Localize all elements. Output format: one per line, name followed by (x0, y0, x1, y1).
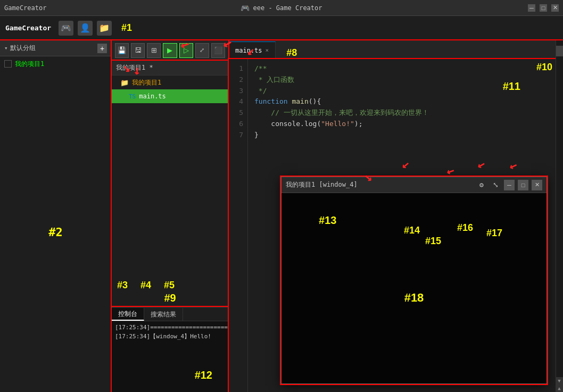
title-bar-right: ─ □ ✕ (528, 4, 559, 12)
toolbar: 💾 🖫 ⊞ ▶ ▷ ⤢ ⬛ (112, 40, 228, 61)
project-item[interactable]: 我的项目1 (0, 56, 111, 71)
app-header: GameCreator 🎮 👤 📁 #1 (0, 16, 563, 40)
run-button[interactable]: ▶ (163, 43, 177, 58)
annotation-4: #4 (140, 280, 151, 291)
preview-body: #13 #14 #15 #16 #17 #18 (282, 193, 547, 383)
console-panel: 控制台 搜索结果 [17:25:34]=====================… (112, 307, 228, 392)
close-button[interactable]: ✕ (551, 4, 559, 12)
middle-panel: 💾 🖫 ⊞ ▶ ▷ ⤢ ⬛ 我的项目1 * 📁 我的项目1 TS main.ts (112, 40, 229, 392)
game-controller-icon[interactable]: 🎮 (59, 21, 73, 36)
console-content: [17:25:34]==============================… (112, 321, 228, 343)
tab-console[interactable]: 控制台 (112, 308, 144, 321)
annotation-11: #11 (503, 80, 520, 93)
annotation-9: #9 (164, 292, 176, 304)
settings-icon[interactable]: ⚙ (476, 180, 487, 190)
export-button[interactable]: ⤢ (195, 43, 209, 58)
save-button[interactable]: 💾 (115, 43, 129, 58)
annotation-2: #2 (48, 225, 63, 238)
left-panel: ▾ 默认分组 + 我的项目1 #2 (0, 40, 112, 392)
annotation-17: #17 (486, 228, 502, 239)
annotation-5: #5 (164, 280, 175, 291)
preview-maximize-button[interactable]: □ (518, 180, 528, 190)
run2-button[interactable]: ▷ (179, 43, 193, 58)
annotation-12: #12 (195, 369, 212, 381)
grid-button[interactable]: ⊞ (147, 43, 161, 58)
left-panel-title: ▾ 默认分组 (4, 44, 36, 53)
typescript-icon: TS (129, 93, 136, 100)
window-title: eee - Game Creator (253, 4, 322, 12)
annotation-18: #18 (404, 291, 424, 305)
left-panel-header: ▾ 默认分组 + (0, 40, 111, 56)
console-tabs: 控制台 搜索结果 (112, 307, 228, 321)
tab-search[interactable]: 搜索结果 (144, 308, 183, 321)
project-checkbox[interactable] (4, 60, 12, 68)
folder-item[interactable]: 📁 我的项目1 (112, 76, 228, 89)
folder-icon[interactable]: 📁 (97, 21, 112, 36)
tab-filename: main.ts (235, 47, 262, 54)
project-label: 我的项目1 (15, 60, 44, 69)
add-project-button[interactable]: + (97, 44, 107, 53)
file-label-main: main.ts (139, 93, 166, 100)
preview-titlebar: 我的项目1 [window_4] ⚙ ⤡ ─ □ ✕ (282, 177, 547, 193)
preview-close-button[interactable]: ✕ (532, 180, 542, 190)
preview-minimize-button[interactable]: ─ (504, 180, 515, 190)
expand-icon[interactable]: ⤡ (490, 180, 501, 190)
app-title-left: GameCreator (4, 4, 46, 12)
project-tree-title: 我的项目1 * (116, 63, 153, 72)
annotation-3: #3 (117, 280, 128, 291)
annotation-14: #14 (404, 225, 420, 236)
preview-window: 我的项目1 [window_4] ⚙ ⤡ ─ □ ✕ #13 #14 #15 #… (281, 177, 547, 384)
editor-tab-main[interactable]: main.ts × (229, 41, 276, 59)
app-logo: GameCreator (5, 24, 51, 32)
title-bar-center: 🎮 eee - Game Creator (241, 4, 322, 12)
person-icon[interactable]: 👤 (78, 21, 93, 36)
file-tree-annotations: #3 #4 #5 (117, 280, 175, 291)
file-tree-header: 我的项目1 * (112, 61, 228, 76)
title-bar-left: GameCreator (4, 4, 46, 12)
maximize-button[interactable]: □ (540, 4, 547, 12)
minimize-button[interactable]: ─ (528, 4, 535, 12)
group-title: 默认分组 (10, 44, 36, 53)
tab-close-icon[interactable]: × (266, 47, 269, 54)
annotation-16: #16 (457, 222, 473, 233)
line-numbers: 1 2 3 4 5 6 7 (229, 59, 248, 392)
folder-label: 我的项目1 (132, 78, 161, 87)
save2-button[interactable]: 🖫 (131, 43, 145, 58)
scroll-up-icon[interactable]: ▲ (556, 385, 563, 392)
annotation-1: #1 (121, 22, 132, 34)
preview-controls: ⚙ ⤡ ─ □ ✕ (476, 180, 542, 190)
file-tree: 我的项目1 * 📁 我的项目1 TS main.ts #3 #4 #5 #9 (112, 61, 228, 307)
stop-button[interactable]: ⬛ (211, 43, 225, 58)
annotation-10: #10 (536, 62, 552, 73)
console-line-2: [17:25:34]【window_4】Hello! (115, 332, 225, 341)
left-panel-body: #2 (0, 71, 111, 392)
scrollbar-thumb[interactable] (556, 46, 563, 56)
main-layout: ▾ 默认分组 + 我的项目1 #2 💾 🖫 ⊞ ▶ ▷ ⤢ ⬛ 我的项目1 * (0, 40, 563, 392)
file-item-main[interactable]: TS main.ts (112, 89, 228, 103)
title-bar: GameCreator 🎮 eee - Game Creator ─ □ ✕ (0, 0, 563, 16)
annotation-13: #13 (319, 214, 336, 227)
preview-title: 我的项目1 [window_4] (286, 180, 358, 189)
annotation-8: #8 (286, 47, 297, 59)
right-scrollbar[interactable]: ▼ ▲ (556, 40, 563, 392)
annotation-15: #15 (425, 236, 441, 247)
console-line-1: [17:25:34]==============================… (115, 323, 225, 332)
scroll-down-icon[interactable]: ▼ (556, 377, 563, 385)
editor-tabs: main.ts × #8 (229, 40, 563, 59)
